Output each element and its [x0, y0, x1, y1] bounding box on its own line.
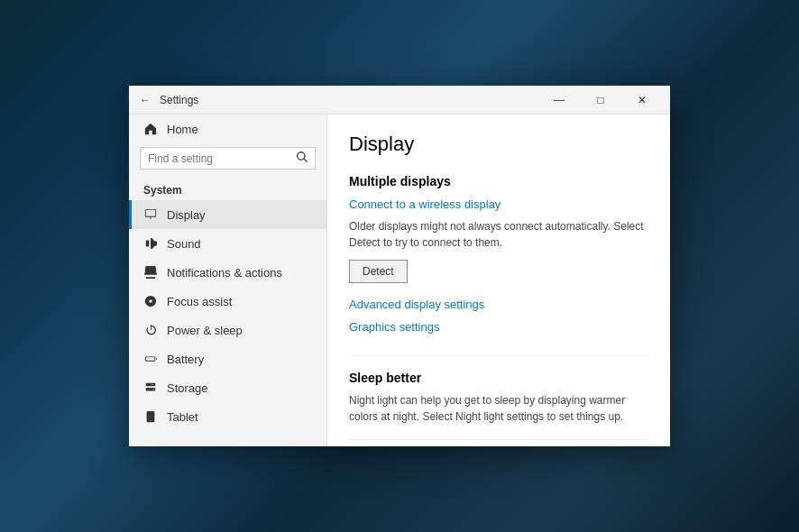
sidebar-item-tablet[interactable]: Tablet: [129, 402, 326, 431]
sidebar-item-power[interactable]: Power & sleep: [129, 316, 326, 344]
settings-window: ← Settings — □ ✕ Home: [129, 86, 670, 446]
sleep-better-section: Sleep better Night light can help you ge…: [349, 371, 648, 425]
search-input[interactable]: [148, 152, 291, 165]
sidebar-item-battery[interactable]: Battery: [129, 344, 326, 373]
displays-description: Older displays might not always connect …: [349, 218, 648, 251]
graphics-settings-link[interactable]: Graphics settings: [349, 320, 439, 334]
notifications-icon: [143, 265, 158, 280]
search-icon: [297, 151, 308, 165]
system-section-label: System: [129, 177, 326, 200]
sidebar-item-home[interactable]: Home: [129, 115, 326, 143]
maximize-button[interactable]: □: [580, 86, 621, 115]
close-button[interactable]: ✕: [621, 86, 663, 115]
sound-icon: [143, 236, 158, 251]
page-title: Display: [349, 133, 648, 156]
tablet-icon: [143, 409, 158, 424]
section-divider-2: [349, 439, 648, 440]
home-icon: [143, 122, 158, 136]
display-icon: [143, 207, 158, 222]
multiple-displays-title: Multiple displays: [349, 174, 648, 188]
sleep-better-title: Sleep better: [349, 371, 648, 385]
advanced-display-link[interactable]: Advanced display settings: [349, 298, 484, 311]
search-box[interactable]: [140, 147, 316, 170]
window-controls: — □ ✕: [538, 86, 663, 115]
battery-icon: [143, 352, 158, 366]
multiple-displays-section: Multiple displays Connect to a wireless …: [349, 174, 648, 341]
sidebar: Home System Display: [129, 115, 327, 446]
focus-icon: [143, 294, 158, 308]
sidebar-item-display[interactable]: Display: [129, 200, 326, 229]
storage-icon: [143, 381, 158, 395]
power-icon: [143, 323, 158, 337]
sidebar-item-sound[interactable]: Sound: [129, 229, 326, 258]
window-title: Settings: [160, 94, 198, 106]
connect-wireless-link[interactable]: Connect to a wireless display: [349, 197, 501, 211]
content-area: Home System Display: [129, 115, 670, 446]
minimize-button[interactable]: —: [538, 86, 580, 115]
detect-button[interactable]: Detect: [349, 260, 408, 283]
main-content: Display Multiple displays Connect to a w…: [327, 115, 670, 446]
title-bar: ← Settings — □ ✕: [129, 86, 670, 115]
sidebar-item-storage[interactable]: Storage: [129, 373, 326, 402]
sidebar-item-focus[interactable]: Focus assist: [129, 287, 326, 316]
section-divider: [349, 355, 648, 356]
sleep-description: Night light can help you get to sleep by…: [349, 392, 648, 425]
sidebar-item-notifications[interactable]: Notifications & actions: [129, 258, 326, 287]
back-button[interactable]: ←: [136, 91, 154, 109]
